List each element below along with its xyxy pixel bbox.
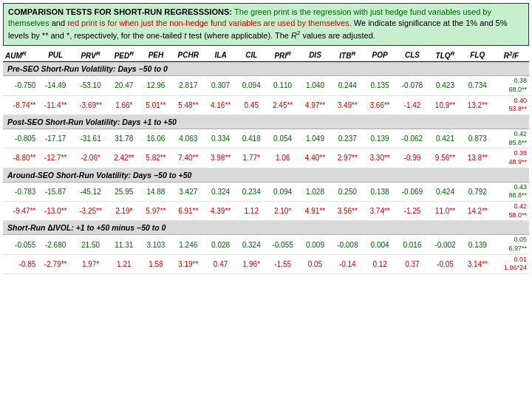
header-box: COMPARISON TESTS FOR SHORT-RUN REGRESSSI…: [3, 3, 529, 46]
col-itb: ITBR: [331, 49, 364, 62]
col-r2f: R2/F: [494, 49, 529, 62]
cell-0-0-9: 1.040: [299, 76, 331, 95]
cell-1-1-0: -8.80**: [3, 149, 38, 168]
cell-0-1-9: 4.97**: [299, 95, 331, 115]
cell-0-1-4: 5.01**: [140, 95, 171, 115]
header-red-text: red print is for when just the non-hedge…: [67, 18, 352, 27]
cell-1-1-10: 2.97**: [331, 149, 364, 168]
cell-3-1-0: -0.85: [3, 254, 38, 273]
cell-3-0-0: -0.055: [3, 235, 38, 254]
cell-0-0-2: -53.10: [73, 76, 108, 95]
cell-1-0-3: 31.78: [108, 129, 140, 148]
cell-3-1-3: 1.21: [108, 254, 140, 273]
cell-3-1-13: -0.05: [429, 254, 462, 273]
cell-0-0-11: 0.135: [364, 76, 396, 95]
cell-0-0-12: -0.078: [396, 76, 429, 95]
cell-0-1-3: 1.66*: [108, 95, 140, 115]
main-table: AUMR PUL PRVR PEDR PEH PCHR ILA CIL PRIR…: [3, 49, 529, 274]
cell-3-0-6: 0.028: [205, 235, 236, 254]
col-cil: CIL: [236, 49, 266, 62]
cell-1-0-4: 16.06: [140, 129, 171, 148]
col-tlq: TLQR: [429, 49, 462, 62]
cell-0-0-7: 0.094: [236, 76, 266, 95]
cell-2-1-14: 14.2**: [462, 202, 494, 221]
cell-3-1-11: 0.12: [364, 254, 396, 273]
cell-2-0-3: 25.95: [108, 182, 140, 201]
cell-3-0-7: 0.324: [236, 235, 266, 254]
cell-last-3-1: 0.011.96*24: [494, 254, 529, 273]
cell-0-0-10: 0.244: [331, 76, 364, 95]
cell-3-0-13: -0.002: [429, 235, 462, 254]
cell-2-1-5: 6.91**: [171, 202, 205, 221]
data-row-2-0: -0.783-15.87-45.1225.9514.883.4270.3240.…: [3, 182, 529, 201]
cell-1-1-1: -12.7**: [38, 149, 72, 168]
cell-0-1-13: 10.9**: [429, 95, 462, 115]
cell-1-1-5: 7.40**: [171, 149, 205, 168]
cell-1-1-7: 1.77*: [236, 149, 266, 168]
cell-1-0-12: -0.062: [396, 129, 429, 148]
cell-2-1-0: -9.47**: [3, 202, 38, 221]
cell-0-1-6: 4.16**: [205, 95, 236, 115]
cell-2-1-4: 5.97**: [140, 202, 171, 221]
cell-2-1-1: -13.0**: [38, 202, 72, 221]
data-row-2-1: -9.47**-13.0**-3.25**2.19*5.97**6.91**4.…: [3, 202, 529, 221]
cell-1-1-13: 9.56**: [429, 149, 462, 168]
cell-3-1-12: 0.37: [396, 254, 429, 273]
cell-0-0-1: -14.49: [38, 76, 72, 95]
cell-3-0-9: 0.009: [299, 235, 331, 254]
section-header-0: Pre-SEO Short-Run Volatility: Days −50 t…: [3, 62, 529, 76]
data-row-3-1: -0.85-2.79**1.97*1.211.583.19**0.471.96*…: [3, 254, 529, 273]
cell-2-1-10: 3.56**: [331, 202, 364, 221]
cell-0-1-1: -11.4**: [38, 95, 72, 115]
cell-0-0-5: 2.817: [171, 76, 205, 95]
cell-1-1-9: 4.40**: [299, 149, 331, 168]
cell-last-1-1: 0.3848.9**: [494, 149, 529, 168]
cell-3-0-12: 0.016: [396, 235, 429, 254]
cell-2-1-8: 2.10*: [266, 202, 299, 221]
cell-last-1-0: 0.4285.8**: [494, 129, 529, 148]
cell-1-1-8: 1.06: [266, 149, 299, 168]
cell-last-2-1: 0.4258.0**: [494, 202, 529, 221]
cell-0-1-10: 3.49**: [331, 95, 364, 115]
cell-1-0-7: 0.418: [236, 129, 266, 148]
cell-3-1-2: 1.97*: [73, 254, 108, 273]
cell-3-0-3: 11.31: [108, 235, 140, 254]
cell-0-1-12: -1.42: [396, 95, 429, 115]
cell-2-1-3: 2.19*: [108, 202, 140, 221]
cell-last-3-0: 0.056.97**: [494, 235, 529, 254]
col-pchr: PCHR: [171, 49, 205, 62]
cell-1-1-4: 5.82**: [140, 149, 171, 168]
cell-2-0-10: 0.250: [331, 182, 364, 201]
cell-last-0-1: 0.4053.8**: [494, 95, 529, 115]
cell-3-1-5: 3.19**: [171, 254, 205, 273]
section-header-3: Short-Run ΔIVOL: +1 to +50 minus −50 to …: [3, 221, 529, 235]
cell-2-0-14: 0.792: [462, 182, 494, 201]
data-row-0-1: -8.74**-11.4**-3.69**1.66*5.01**5.48**4.…: [3, 95, 529, 115]
header-and: and: [52, 18, 67, 27]
cell-0-1-14: 13.2**: [462, 95, 494, 115]
cell-0-1-11: 3.66**: [364, 95, 396, 115]
cell-2-0-7: 0.234: [236, 182, 266, 201]
col-ila: ILA: [205, 49, 236, 62]
cell-0-0-13: 0.423: [429, 76, 462, 95]
cell-3-1-8: -1.55: [266, 254, 299, 273]
cell-1-1-14: 13.8**: [462, 149, 494, 168]
cell-3-0-1: -2.680: [38, 235, 72, 254]
cell-2-0-0: -0.783: [3, 182, 38, 201]
column-header-row: AUMR PUL PRVR PEDR PEH PCHR ILA CIL PRIR…: [3, 49, 529, 62]
cell-1-1-3: 2.42**: [108, 149, 140, 168]
cell-2-0-1: -15.87: [38, 182, 72, 201]
cell-2-1-2: -3.25**: [73, 202, 108, 221]
cell-2-1-13: 11.0**: [429, 202, 462, 221]
cell-1-0-6: 0.334: [205, 129, 236, 148]
cell-3-0-4: 3.103: [140, 235, 171, 254]
cell-2-1-6: 4.39**: [205, 202, 236, 221]
cell-3-1-9: 0.05: [299, 254, 331, 273]
cell-3-0-8: -0.055: [266, 235, 299, 254]
cell-2-1-7: 1.12: [236, 202, 266, 221]
col-prv: PRVR: [73, 49, 108, 62]
cell-0-1-2: -3.69**: [73, 95, 108, 115]
data-row-0-0: -0.750-14.49-53.1020.4712.962.8170.3070.…: [3, 76, 529, 95]
cell-3-0-14: 0.139: [462, 235, 494, 254]
cell-1-1-2: -2.06*: [73, 149, 108, 168]
